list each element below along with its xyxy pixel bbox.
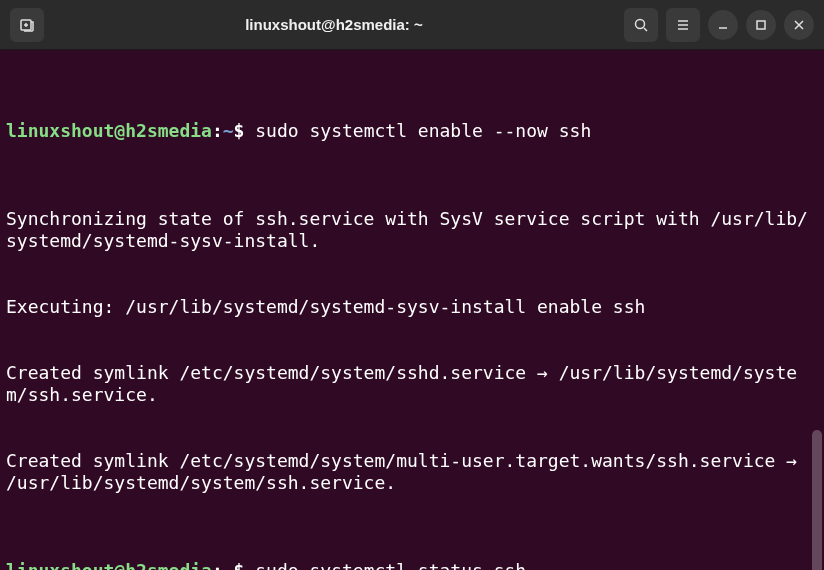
window-title: linuxshout@h2smedia: ~ bbox=[52, 14, 616, 36]
prompt-user: linuxshout@h2smedia bbox=[6, 120, 212, 141]
hamburger-menu-button[interactable] bbox=[666, 8, 700, 42]
output-symlink-2: Created symlink /etc/systemd/system/mult… bbox=[6, 450, 818, 494]
close-button[interactable] bbox=[784, 10, 814, 40]
command-1: sudo systemctl enable --now ssh bbox=[244, 120, 591, 141]
command-2: sudo systemctl status ssh bbox=[244, 560, 526, 570]
new-tab-button[interactable] bbox=[10, 8, 44, 42]
search-button[interactable] bbox=[624, 8, 658, 42]
maximize-button[interactable] bbox=[746, 10, 776, 40]
output-exec: Executing: /usr/lib/systemd/systemd-sysv… bbox=[6, 296, 818, 318]
prompt-line-2: linuxshout@h2smedia:~$ sudo systemctl st… bbox=[6, 560, 818, 570]
output-sync: Synchronizing state of ssh.service with … bbox=[6, 208, 818, 252]
minimize-button[interactable] bbox=[708, 10, 738, 40]
prompt-line-1: linuxshout@h2smedia:~$ sudo systemctl en… bbox=[6, 120, 818, 142]
scrollbar-thumb[interactable] bbox=[812, 430, 822, 570]
terminal-output[interactable]: linuxshout@h2smedia:~$ sudo systemctl en… bbox=[0, 50, 824, 570]
window-titlebar: linuxshout@h2smedia: ~ bbox=[0, 0, 824, 50]
svg-point-1 bbox=[636, 19, 645, 28]
svg-rect-2 bbox=[757, 21, 765, 29]
output-symlink-1: Created symlink /etc/systemd/system/sshd… bbox=[6, 362, 818, 406]
